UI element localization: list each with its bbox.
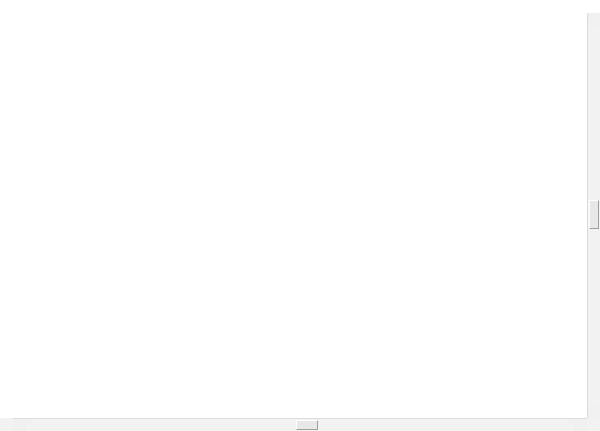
- scroll-up-button[interactable]: [588, 13, 600, 26]
- vertical-scrollbar[interactable]: [587, 13, 600, 418]
- scrollbar-corner-left: [0, 418, 13, 431]
- vertical-scrollbar-thumb[interactable]: [589, 200, 599, 229]
- scroll-down-button[interactable]: [588, 405, 600, 418]
- horizontal-scrollbar[interactable]: [13, 418, 587, 431]
- scroll-left-button[interactable]: [13, 419, 26, 431]
- drawing-stage[interactable]: [0, 0, 600, 431]
- scrollbar-corner: [587, 418, 600, 431]
- scroll-right-button[interactable]: [574, 419, 587, 431]
- horizontal-scrollbar-thumb[interactable]: [296, 420, 318, 430]
